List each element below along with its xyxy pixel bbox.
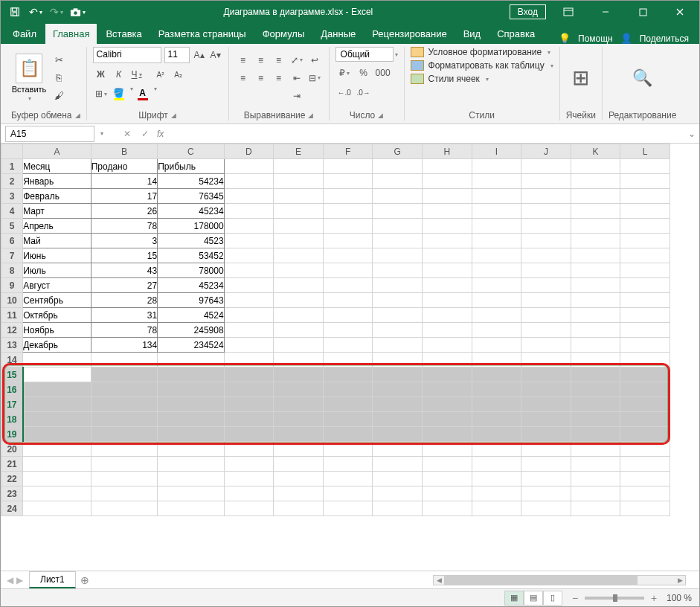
cell-K15[interactable] bbox=[571, 367, 620, 382]
tab-view[interactable]: Вид bbox=[456, 24, 489, 44]
cell-K8[interactable] bbox=[571, 263, 620, 278]
cell-F14[interactable] bbox=[323, 353, 373, 367]
expand-formula-bar-icon[interactable]: ⌄ bbox=[684, 129, 699, 139]
cell-B9[interactable]: 27 bbox=[91, 278, 157, 293]
cell-A13[interactable]: Декабрь bbox=[23, 338, 91, 353]
cell-K18[interactable] bbox=[571, 412, 620, 427]
cell-K12[interactable] bbox=[571, 323, 620, 338]
cell-J20[interactable] bbox=[521, 442, 571, 457]
scroll-left-icon[interactable]: ◀ bbox=[434, 576, 444, 585]
row-header-7[interactable]: 7 bbox=[1, 248, 23, 263]
cell-C24[interactable] bbox=[158, 501, 224, 516]
cell-G16[interactable] bbox=[373, 382, 423, 397]
cell-E7[interactable] bbox=[274, 248, 324, 263]
dialog-launcher-icon[interactable]: ◢ bbox=[75, 112, 80, 119]
cell-H19[interactable] bbox=[422, 427, 472, 442]
cell-E16[interactable] bbox=[274, 382, 324, 397]
cell-B19[interactable] bbox=[91, 427, 157, 442]
cell-F18[interactable] bbox=[323, 412, 373, 427]
cell-H2[interactable] bbox=[422, 174, 472, 189]
cell-H13[interactable] bbox=[422, 338, 472, 353]
cell-A3[interactable]: Февраль bbox=[23, 189, 91, 204]
cell-J22[interactable] bbox=[521, 472, 571, 486]
cell-J17[interactable] bbox=[521, 397, 571, 412]
col-header-D[interactable]: D bbox=[224, 144, 274, 159]
cell-C21[interactable] bbox=[158, 457, 224, 472]
cell-L14[interactable] bbox=[620, 353, 670, 367]
cell-K4[interactable] bbox=[571, 204, 620, 219]
cell-F1[interactable] bbox=[323, 159, 373, 174]
cell-I22[interactable] bbox=[472, 472, 521, 486]
tab-layout[interactable]: Разметка страницы bbox=[151, 24, 254, 44]
row-header-10[interactable]: 10 bbox=[1, 293, 23, 308]
cell-I19[interactable] bbox=[472, 427, 521, 442]
cell-D23[interactable] bbox=[224, 486, 274, 501]
cell-E19[interactable] bbox=[274, 427, 324, 442]
align-bottom-icon[interactable]: ≡ bbox=[271, 52, 287, 68]
row-header-22[interactable]: 22 bbox=[1, 472, 23, 486]
accounting-format-icon[interactable]: ₽▾ bbox=[335, 65, 353, 81]
cell-F2[interactable] bbox=[323, 174, 373, 189]
cell-J10[interactable] bbox=[521, 293, 571, 308]
cell-I24[interactable] bbox=[472, 501, 521, 516]
cell-E11[interactable] bbox=[274, 308, 324, 323]
cell-B3[interactable]: 17 bbox=[91, 189, 157, 204]
cell-K7[interactable] bbox=[571, 248, 620, 263]
cell-D18[interactable] bbox=[224, 412, 274, 427]
cell-B10[interactable]: 28 bbox=[91, 293, 157, 308]
cell-C15[interactable] bbox=[158, 367, 224, 382]
cell-I7[interactable] bbox=[472, 248, 521, 263]
cell-E21[interactable] bbox=[274, 457, 324, 472]
zoom-out-icon[interactable]: − bbox=[570, 592, 580, 604]
cell-K14[interactable] bbox=[571, 353, 620, 367]
increase-decimal-icon[interactable]: ←.0 bbox=[335, 84, 353, 100]
conditional-formatting-button[interactable]: Условное форматирование▾ bbox=[411, 47, 551, 57]
cell-G20[interactable] bbox=[373, 442, 423, 457]
cell-L21[interactable] bbox=[620, 457, 670, 472]
save-icon[interactable] bbox=[5, 2, 25, 22]
cell-D13[interactable] bbox=[224, 338, 274, 353]
cell-I8[interactable] bbox=[472, 263, 521, 278]
format-as-table-button[interactable]: Форматировать как таблицу▾ bbox=[411, 60, 553, 71]
row-header-8[interactable]: 8 bbox=[1, 263, 23, 278]
cell-A12[interactable]: Ноябрь bbox=[23, 323, 91, 338]
cell-D17[interactable] bbox=[224, 397, 274, 412]
cell-B2[interactable]: 14 bbox=[91, 174, 157, 189]
cell-E5[interactable] bbox=[274, 219, 324, 234]
cell-D7[interactable] bbox=[224, 248, 274, 263]
decrease-indent-icon[interactable]: ⇤ bbox=[289, 70, 305, 86]
cell-F8[interactable] bbox=[323, 263, 373, 278]
cell-L3[interactable] bbox=[620, 189, 670, 204]
cell-J6[interactable] bbox=[521, 234, 571, 248]
zoom-track[interactable] bbox=[585, 597, 644, 600]
cell-I16[interactable] bbox=[472, 382, 521, 397]
font-color-icon[interactable]: A bbox=[135, 86, 151, 102]
cell-J23[interactable] bbox=[521, 486, 571, 501]
cell-D8[interactable] bbox=[224, 263, 274, 278]
cell-G8[interactable] bbox=[373, 263, 423, 278]
cell-D24[interactable] bbox=[224, 501, 274, 516]
cell-G10[interactable] bbox=[373, 293, 423, 308]
cell-B18[interactable] bbox=[91, 412, 157, 427]
cell-I2[interactable] bbox=[472, 174, 521, 189]
cell-D1[interactable] bbox=[224, 159, 274, 174]
cell-B21[interactable] bbox=[91, 457, 157, 472]
cell-D2[interactable] bbox=[224, 174, 274, 189]
grow-font-icon[interactable]: A▴ bbox=[193, 47, 206, 63]
cell-K5[interactable] bbox=[571, 219, 620, 234]
dialog-launcher-icon[interactable]: ◢ bbox=[171, 112, 176, 119]
cell-A15[interactable] bbox=[23, 367, 91, 382]
cell-K3[interactable] bbox=[571, 189, 620, 204]
row-header-14[interactable]: 14 bbox=[1, 353, 23, 367]
cell-I10[interactable] bbox=[472, 293, 521, 308]
cell-L10[interactable] bbox=[620, 293, 670, 308]
cell-D3[interactable] bbox=[224, 189, 274, 204]
cell-L8[interactable] bbox=[620, 263, 670, 278]
cell-F11[interactable] bbox=[323, 308, 373, 323]
cell-I1[interactable] bbox=[472, 159, 521, 174]
lightbulb-icon[interactable]: 💡 bbox=[559, 33, 571, 44]
enter-formula-icon[interactable]: ✓ bbox=[136, 126, 154, 142]
align-center-icon[interactable]: ≡ bbox=[253, 70, 269, 86]
cell-I20[interactable] bbox=[472, 442, 521, 457]
cell-L2[interactable] bbox=[620, 174, 670, 189]
